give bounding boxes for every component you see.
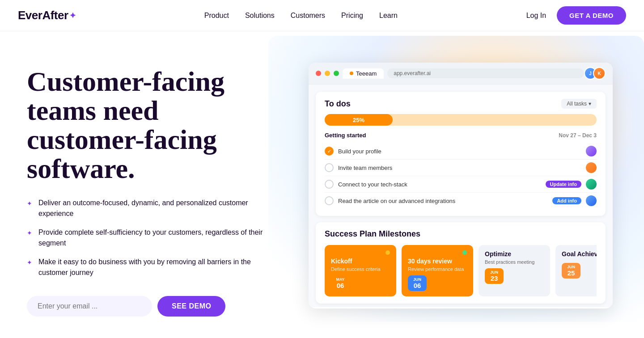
todos-header: To dos All tasks ▾ (325, 99, 597, 109)
task-checkbox-3[interactable] (325, 180, 334, 189)
task-text-1: Build your profile (338, 148, 581, 155)
main-content: Customer-facing teams need customer-faci… (0, 31, 644, 338)
progress-label: 25% (353, 117, 364, 123)
task-group-label: Getting started (325, 132, 366, 139)
browser-maximize-dot (334, 71, 339, 76)
avatar-2: K (593, 67, 606, 80)
milestone-month-2: JUN (413, 277, 421, 282)
nav-pricing[interactable]: Pricing (341, 12, 363, 20)
email-form: SEE DEMO (27, 296, 277, 317)
task-row-4: Read the article on our advanced integra… (325, 193, 597, 209)
get-demo-button[interactable]: GET A DEMO (557, 6, 626, 25)
diamond-icon-2: ✦ (27, 228, 32, 238)
nav-right: Log In GET A DEMO (526, 6, 626, 25)
milestone-4: Goal Achieved! JUN 25 (555, 245, 597, 296)
hero-right-visual: Teeeam app.everafter.ai J K To dos All t… (295, 54, 617, 313)
milestone-date-1: MAY 06 (331, 275, 350, 291)
task-text-3: Connect to your tech-stack (338, 181, 541, 188)
task-avatar-2 (586, 162, 597, 173)
milestone-name-2: 30 days review (408, 258, 467, 265)
bullet-text-3: Make it easy to do business with you by … (38, 257, 277, 278)
nav-customers[interactable]: Customers (291, 12, 325, 20)
nav-solutions[interactable]: Solutions (245, 12, 275, 20)
milestone-2: 30 days review Review performance data J… (402, 245, 473, 296)
task-checkbox-2[interactable] (325, 163, 334, 172)
navbar: EverAfter✦ Product Solutions Customers P… (0, 0, 644, 31)
chevron-down-icon: ▾ (589, 101, 591, 107)
task-date-range: Nov 27 – Dec 3 (559, 132, 597, 139)
browser-url-bar[interactable]: app.everafter.ai (387, 68, 584, 78)
task-text-2: Invite team members (338, 165, 581, 171)
todos-title: To dos (325, 99, 351, 109)
milestone-sub-3: Best practices meeting (485, 259, 544, 265)
task-text-4: Read the article on our advanced integra… (338, 198, 548, 204)
bullet-item-1: ✦ Deliver an outcome-focused, dynamic, a… (27, 198, 277, 219)
bullet-item-3: ✦ Make it easy to do business with you b… (27, 257, 277, 278)
task-group-header: Getting started Nov 27 – Dec 3 (325, 132, 597, 139)
user-avatars: J K (588, 67, 606, 80)
milestone-date-4: JUN 25 (562, 263, 580, 279)
task-row-3: Connect to your tech-stack Update info (325, 176, 597, 193)
nav-product[interactable]: Product (204, 12, 229, 20)
milestone-date-3: JUN 23 (485, 268, 504, 284)
browser-close-dot (316, 71, 321, 76)
task-badge-update[interactable]: Update info (546, 181, 582, 188)
progress-bar: 25% (325, 114, 597, 126)
task-avatar-1 (586, 146, 597, 156)
milestone-1: Kickoff Define success criteria MAY 06 (325, 245, 396, 296)
bullet-text-1: Deliver an outcome-focused, dynamic, and… (38, 198, 277, 219)
milestone-day-2: 06 (414, 282, 421, 289)
logo-text: EverAfter (18, 8, 68, 22)
milestone-sub-2: Review performance data (408, 266, 467, 272)
all-tasks-button[interactable]: All tasks ▾ (561, 99, 597, 109)
tab-favicon-dot (350, 72, 353, 75)
browser-tab[interactable]: Teeeam (343, 68, 384, 79)
bullet-text-2: Provide complete self-sufficiency to you… (38, 227, 277, 249)
milestone-day-4: 25 (568, 269, 575, 277)
milestone-3: Optimize Best practices meeting JUN 23 (479, 245, 550, 296)
milestone-month-3: JUN (490, 270, 498, 275)
todos-card: To dos All tasks ▾ 25% Get (316, 92, 606, 216)
milestone-day-1: 06 (337, 282, 344, 289)
diamond-icon-1: ✦ (27, 199, 32, 208)
email-input[interactable] (38, 302, 141, 310)
milestones-title: Success Plan Milestones (325, 229, 597, 239)
progress-fill: 25% (325, 114, 393, 126)
milestone-name-3: Optimize (485, 250, 544, 258)
task-badge-add[interactable]: Add info (552, 197, 581, 204)
task-row-2: Invite team members (325, 160, 597, 176)
email-input-wrap (27, 296, 152, 317)
app-screenshot-card: Teeeam app.everafter.ai J K To dos All t… (309, 63, 613, 308)
nav-learn[interactable]: Learn (379, 12, 398, 20)
milestones-timeline: Kickoff Define success criteria MAY 06 3… (325, 245, 597, 296)
milestone-dot-2 (462, 250, 467, 255)
logo-star-icon: ✦ (69, 11, 76, 21)
bullet-item-2: ✦ Provide complete self-sufficiency to y… (27, 227, 277, 249)
milestone-date-2: JUN 06 (408, 275, 427, 291)
milestone-name-1: Kickoff (331, 258, 390, 265)
all-tasks-label: All tasks (567, 101, 587, 107)
task-avatar-3 (586, 179, 597, 190)
browser-tab-label: Teeeam (356, 70, 377, 77)
browser-header: Teeeam app.everafter.ai J K (309, 63, 613, 84)
milestone-dot-1 (386, 250, 390, 255)
task-checkbox-4[interactable] (325, 196, 334, 205)
diamond-icon-3: ✦ (27, 258, 32, 267)
task-avatar-4 (586, 195, 597, 206)
milestone-month-4: JUN (567, 265, 575, 269)
milestone-month-1: MAY (336, 277, 344, 282)
hero-bullets: ✦ Deliver an outcome-focused, dynamic, a… (27, 198, 277, 278)
milestones-card: Success Plan Milestones Kickoff Define s… (316, 222, 606, 304)
task-row-1: ✓ Build your profile (325, 143, 597, 160)
app-body: To dos All tasks ▾ 25% Get (309, 84, 613, 307)
task-checkbox-1[interactable]: ✓ (325, 147, 334, 156)
logo[interactable]: EverAfter✦ (18, 8, 76, 22)
browser-minimize-dot (325, 71, 330, 76)
see-demo-button[interactable]: SEE DEMO (157, 296, 225, 317)
nav-links: Product Solutions Customers Pricing Lear… (204, 12, 398, 20)
login-button[interactable]: Log In (526, 12, 546, 20)
hero-left: Customer-facing teams need customer-faci… (27, 58, 277, 317)
hero-title: Customer-facing teams need customer-faci… (27, 67, 277, 183)
milestone-day-3: 23 (491, 275, 498, 282)
milestone-name-4: Goal Achieved! (562, 250, 597, 258)
